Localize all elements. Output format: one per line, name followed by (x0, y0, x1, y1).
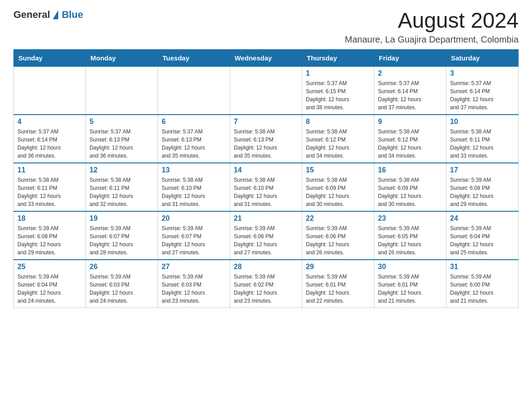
col-header-wednesday: Wednesday (230, 49, 302, 66)
day-info: Sunrise: 5:39 AMSunset: 6:06 PMDaylight:… (234, 224, 298, 257)
day-info: Sunrise: 5:38 AMSunset: 6:09 PMDaylight:… (378, 176, 442, 208)
day-cell: 27Sunrise: 5:39 AMSunset: 6:03 PMDayligh… (158, 260, 230, 308)
day-info: Sunrise: 5:38 AMSunset: 6:11 PMDaylight:… (17, 176, 82, 208)
day-cell (158, 66, 230, 115)
logo-triangle-icon (53, 10, 58, 19)
day-cell: 1Sunrise: 5:37 AMSunset: 6:15 PMDaylight… (302, 66, 374, 115)
day-cell: 13Sunrise: 5:38 AMSunset: 6:10 PMDayligh… (158, 163, 230, 211)
day-number: 16 (378, 166, 442, 174)
day-info: Sunrise: 5:39 AMSunset: 6:06 PMDaylight:… (306, 224, 370, 257)
day-cell (86, 66, 158, 115)
day-number: 24 (450, 214, 515, 223)
day-cell: 26Sunrise: 5:39 AMSunset: 6:03 PMDayligh… (86, 260, 158, 308)
day-info: Sunrise: 5:39 AMSunset: 6:08 PMDaylight:… (450, 176, 515, 208)
day-cell: 7Sunrise: 5:38 AMSunset: 6:13 PMDaylight… (230, 115, 302, 163)
day-info: Sunrise: 5:39 AMSunset: 6:04 PMDaylight:… (450, 224, 515, 257)
day-number: 30 (378, 263, 442, 271)
day-info: Sunrise: 5:38 AMSunset: 6:11 PMDaylight:… (450, 128, 515, 160)
day-info: Sunrise: 5:39 AMSunset: 6:02 PMDaylight:… (234, 273, 298, 305)
day-cell: 19Sunrise: 5:39 AMSunset: 6:07 PMDayligh… (86, 211, 158, 260)
day-info: Sunrise: 5:39 AMSunset: 6:07 PMDaylight:… (162, 224, 226, 257)
day-cell: 20Sunrise: 5:39 AMSunset: 6:07 PMDayligh… (158, 211, 230, 260)
logo-text-blue: Blue (62, 9, 83, 21)
day-cell (230, 66, 302, 115)
day-number: 2 (378, 69, 442, 77)
day-number: 1 (306, 69, 370, 77)
day-info: Sunrise: 5:37 AMSunset: 6:15 PMDaylight:… (306, 79, 370, 111)
day-number: 8 (306, 118, 370, 126)
day-cell: 24Sunrise: 5:39 AMSunset: 6:04 PMDayligh… (446, 211, 519, 260)
day-cell: 28Sunrise: 5:39 AMSunset: 6:02 PMDayligh… (230, 260, 302, 308)
day-info: Sunrise: 5:39 AMSunset: 6:01 PMDaylight:… (378, 273, 442, 305)
week-row-1: 1Sunrise: 5:37 AMSunset: 6:15 PMDaylight… (14, 66, 519, 115)
day-number: 29 (306, 263, 370, 271)
day-number: 9 (378, 118, 442, 126)
day-cell: 30Sunrise: 5:39 AMSunset: 6:01 PMDayligh… (374, 260, 446, 308)
day-cell: 31Sunrise: 5:39 AMSunset: 6:00 PMDayligh… (446, 260, 519, 308)
day-info: Sunrise: 5:39 AMSunset: 6:03 PMDaylight:… (162, 273, 226, 305)
day-number: 4 (17, 118, 82, 126)
day-info: Sunrise: 5:38 AMSunset: 6:13 PMDaylight:… (234, 128, 298, 160)
col-header-saturday: Saturday (446, 49, 519, 66)
day-info: Sunrise: 5:38 AMSunset: 6:10 PMDaylight:… (162, 176, 226, 208)
day-number: 12 (90, 166, 154, 174)
logo: General Blue (13, 9, 83, 21)
week-row-5: 25Sunrise: 5:39 AMSunset: 6:04 PMDayligh… (14, 260, 519, 308)
day-number: 19 (90, 214, 154, 223)
day-info: Sunrise: 5:38 AMSunset: 6:10 PMDaylight:… (234, 176, 298, 208)
day-number: 23 (378, 214, 442, 223)
day-info: Sunrise: 5:37 AMSunset: 6:14 PMDaylight:… (450, 79, 515, 111)
day-number: 20 (162, 214, 226, 223)
day-number: 18 (17, 214, 82, 223)
day-info: Sunrise: 5:37 AMSunset: 6:13 PMDaylight:… (162, 128, 226, 160)
day-number: 15 (306, 166, 370, 174)
calendar-table: SundayMondayTuesdayWednesdayThursdayFrid… (13, 49, 519, 308)
week-row-4: 18Sunrise: 5:39 AMSunset: 6:08 PMDayligh… (14, 211, 519, 260)
day-info: Sunrise: 5:39 AMSunset: 6:01 PMDaylight:… (306, 273, 370, 305)
location-title: Manaure, La Guajira Department, Colombia (345, 34, 519, 45)
col-header-friday: Friday (374, 49, 446, 66)
day-cell: 11Sunrise: 5:38 AMSunset: 6:11 PMDayligh… (14, 163, 86, 211)
day-number: 3 (450, 69, 515, 77)
day-cell: 3Sunrise: 5:37 AMSunset: 6:14 PMDaylight… (446, 66, 519, 115)
day-number: 6 (162, 118, 226, 126)
day-info: Sunrise: 5:39 AMSunset: 6:07 PMDaylight:… (90, 224, 154, 257)
day-info: Sunrise: 5:39 AMSunset: 6:03 PMDaylight:… (90, 273, 154, 305)
day-cell: 15Sunrise: 5:38 AMSunset: 6:09 PMDayligh… (302, 163, 374, 211)
day-info: Sunrise: 5:37 AMSunset: 6:14 PMDaylight:… (378, 79, 442, 111)
day-cell: 12Sunrise: 5:38 AMSunset: 6:11 PMDayligh… (86, 163, 158, 211)
title-area: August 2024 Manaure, La Guajira Departme… (345, 9, 519, 45)
day-info: Sunrise: 5:37 AMSunset: 6:14 PMDaylight:… (17, 128, 82, 160)
col-header-tuesday: Tuesday (158, 49, 230, 66)
week-row-3: 11Sunrise: 5:38 AMSunset: 6:11 PMDayligh… (14, 163, 519, 211)
logo-text-general: General (13, 9, 50, 21)
day-info: Sunrise: 5:39 AMSunset: 6:00 PMDaylight:… (450, 273, 515, 305)
day-cell: 18Sunrise: 5:39 AMSunset: 6:08 PMDayligh… (14, 211, 86, 260)
week-row-2: 4Sunrise: 5:37 AMSunset: 6:14 PMDaylight… (14, 115, 519, 163)
page-header: General Blue August 2024 Manaure, La Gua… (13, 9, 519, 45)
day-info: Sunrise: 5:38 AMSunset: 6:12 PMDaylight:… (306, 128, 370, 160)
day-number: 17 (450, 166, 515, 174)
day-cell: 6Sunrise: 5:37 AMSunset: 6:13 PMDaylight… (158, 115, 230, 163)
day-cell: 25Sunrise: 5:39 AMSunset: 6:04 PMDayligh… (14, 260, 86, 308)
day-cell: 8Sunrise: 5:38 AMSunset: 6:12 PMDaylight… (302, 115, 374, 163)
day-number: 7 (234, 118, 298, 126)
day-cell: 2Sunrise: 5:37 AMSunset: 6:14 PMDaylight… (374, 66, 446, 115)
col-header-sunday: Sunday (14, 49, 86, 66)
day-cell: 4Sunrise: 5:37 AMSunset: 6:14 PMDaylight… (14, 115, 86, 163)
day-cell: 10Sunrise: 5:38 AMSunset: 6:11 PMDayligh… (446, 115, 519, 163)
day-info: Sunrise: 5:39 AMSunset: 6:08 PMDaylight:… (17, 224, 82, 257)
day-number: 22 (306, 214, 370, 223)
day-cell: 17Sunrise: 5:39 AMSunset: 6:08 PMDayligh… (446, 163, 519, 211)
day-number: 28 (234, 263, 298, 271)
day-cell: 9Sunrise: 5:38 AMSunset: 6:12 PMDaylight… (374, 115, 446, 163)
day-cell: 21Sunrise: 5:39 AMSunset: 6:06 PMDayligh… (230, 211, 302, 260)
day-number: 14 (234, 166, 298, 174)
day-info: Sunrise: 5:38 AMSunset: 6:09 PMDaylight:… (306, 176, 370, 208)
day-cell: 14Sunrise: 5:38 AMSunset: 6:10 PMDayligh… (230, 163, 302, 211)
day-number: 31 (450, 263, 515, 271)
day-cell: 16Sunrise: 5:38 AMSunset: 6:09 PMDayligh… (374, 163, 446, 211)
day-number: 27 (162, 263, 226, 271)
day-info: Sunrise: 5:37 AMSunset: 6:13 PMDaylight:… (90, 128, 154, 160)
day-number: 13 (162, 166, 226, 174)
